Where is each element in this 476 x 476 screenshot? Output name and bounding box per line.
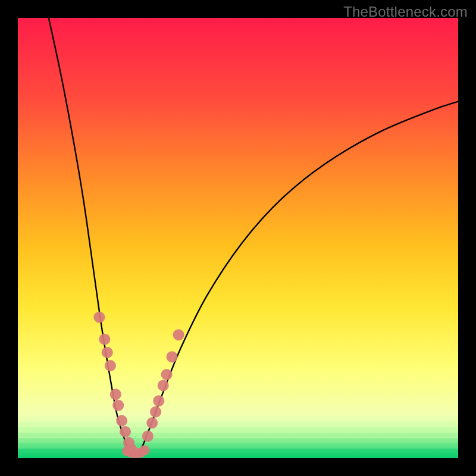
svg-rect-0 xyxy=(18,416,458,421)
marker-dot xyxy=(167,351,178,362)
svg-rect-4 xyxy=(18,438,458,443)
marker-dot xyxy=(158,380,169,391)
marker-dot xyxy=(116,415,127,427)
svg-rect-1 xyxy=(18,422,458,426)
marker-dot xyxy=(120,426,131,437)
marker-dot xyxy=(150,406,161,418)
marker-dot xyxy=(173,329,184,340)
svg-rect-6 xyxy=(18,449,458,458)
marker-dot xyxy=(161,369,173,380)
bottleneck-plot xyxy=(18,18,458,458)
svg-rect-3 xyxy=(18,433,458,437)
marker-dot xyxy=(142,431,154,442)
marker-dot xyxy=(99,334,110,345)
svg-rect-5 xyxy=(18,443,458,448)
marker-dot xyxy=(102,347,113,358)
marker-dot xyxy=(153,395,164,406)
heat-gradient-bg xyxy=(18,18,458,458)
svg-rect-2 xyxy=(18,427,458,431)
marker-dot xyxy=(140,445,150,455)
marker-dot xyxy=(105,360,116,371)
marker-dot xyxy=(146,417,158,428)
chart-stage: TheBottleneck.com xyxy=(0,0,476,476)
marker-dot xyxy=(110,389,121,400)
marker-dot xyxy=(93,312,105,323)
marker-dot xyxy=(112,400,124,411)
